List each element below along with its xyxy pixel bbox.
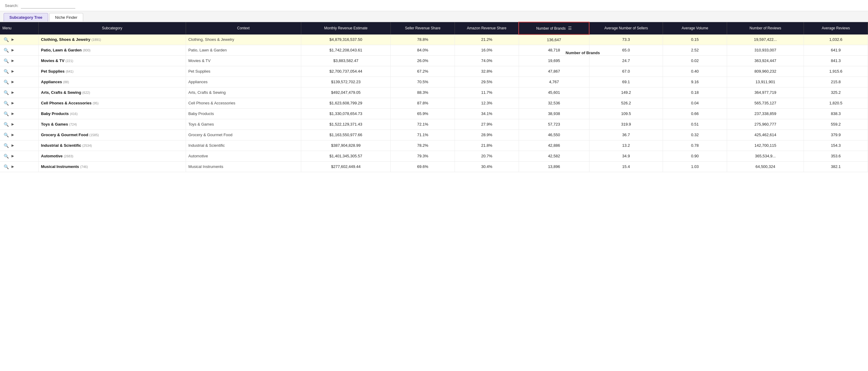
cell-avg-volume: 2.52 — [663, 45, 727, 55]
hamburger-icon[interactable]: ☰ — [568, 25, 572, 31]
cell-num-brands: 48,718 — [519, 45, 589, 55]
row-search-icon[interactable]: 🔍 — [2, 164, 10, 169]
cell-num-reviews: 365,534,9... — [727, 151, 804, 161]
top-bar: Search: — [0, 0, 868, 11]
cell-avg-reviews: 353.6 — [804, 151, 868, 161]
row-expand-icon[interactable]: ▶ — [11, 143, 14, 147]
cell-num-reviews: 237,338,859 — [727, 108, 804, 119]
cell-menu: 🔍 ▶ — [0, 45, 38, 55]
cell-avg-volume: 0.40 — [663, 66, 727, 77]
row-expand-icon[interactable]: ▶ — [11, 122, 14, 126]
cell-monthly-revenue: $492,047,479.05 — [301, 87, 391, 98]
cell-context: Appliances — [186, 77, 301, 87]
cell-amazon-share: 28.9% — [455, 130, 519, 140]
cell-context: Arts, Crafts & Sewing — [186, 87, 301, 98]
cell-avg-sellers: 73.3 — [589, 34, 663, 45]
row-search-icon[interactable]: 🔍 — [2, 122, 10, 127]
cell-num-reviews: 809,960,232 — [727, 66, 804, 77]
cell-num-reviews: 275,960,777 — [727, 119, 804, 130]
cell-amazon-share: 32.8% — [455, 66, 519, 77]
cell-subcategory: Industrial & Scientific (2534) — [38, 140, 186, 151]
row-expand-icon[interactable]: ▶ — [11, 90, 14, 94]
cell-seller-share: 70.5% — [391, 77, 455, 87]
cell-num-brands: 19,695 — [519, 55, 589, 66]
col-header-avg-sellers: Average Number of Sellers — [589, 22, 663, 34]
row-expand-icon[interactable]: ▶ — [11, 80, 14, 84]
cell-seller-share: 78.2% — [391, 140, 455, 151]
cell-context: Baby Products — [186, 108, 301, 119]
row-expand-icon[interactable]: ▶ — [11, 37, 14, 41]
row-search-icon[interactable]: 🔍 — [2, 101, 10, 106]
subcategory-count: (416) — [70, 112, 78, 116]
cell-context: Toys & Games — [186, 119, 301, 130]
cell-avg-reviews: 1,032.6 — [804, 34, 868, 45]
cell-subcategory: Toys & Games (724) — [38, 119, 186, 130]
subcategory-name: Pet Supplies — [41, 69, 65, 74]
row-search-icon[interactable]: 🔍 — [2, 90, 10, 95]
cell-num-reviews: 364,977,719 — [727, 87, 804, 98]
cell-num-brands: 46,550 — [519, 130, 589, 140]
row-expand-icon[interactable]: ▶ — [11, 69, 14, 73]
tab-subcategory-tree[interactable]: Subcategory Tree — [4, 13, 48, 22]
cell-amazon-share: 11.7% — [455, 87, 519, 98]
subcategory-name: Industrial & Scientific — [41, 143, 81, 148]
cell-seller-share: 26.0% — [391, 55, 455, 66]
subcategory-count: (641) — [66, 69, 73, 73]
table-header-row: Menu Subcategory Context Monthly Revenue… — [0, 22, 868, 34]
row-search-icon[interactable]: 🔍 — [2, 69, 10, 74]
table-wrapper: Number of Brands Menu Subcategory Contex… — [0, 22, 868, 172]
table-row: 🔍 ▶ Appliances (88)Appliances$139,572,70… — [0, 77, 868, 87]
subcategory-name: Clothing, Shoes & Jewelry — [41, 37, 90, 42]
row-search-icon[interactable]: 🔍 — [2, 48, 10, 53]
row-expand-icon[interactable]: ▶ — [11, 133, 14, 137]
row-expand-icon[interactable]: ▶ — [11, 112, 14, 116]
row-expand-icon[interactable]: ▶ — [11, 154, 14, 158]
cell-menu: 🔍 ▶ — [0, 161, 38, 172]
tab-niche-finder[interactable]: Niche Finder — [49, 13, 83, 22]
row-expand-icon[interactable]: ▶ — [11, 165, 14, 169]
col-header-menu: Menu — [0, 22, 38, 34]
row-expand-icon[interactable]: ▶ — [11, 59, 14, 63]
cell-amazon-share: 34.1% — [455, 108, 519, 119]
cell-monthly-revenue: $387,904,828.99 — [301, 140, 391, 151]
cell-avg-sellers: 69.1 — [589, 77, 663, 87]
cell-monthly-revenue: $1,401,345,305.57 — [301, 151, 391, 161]
cell-avg-sellers: 15.4 — [589, 161, 663, 172]
cell-avg-sellers: 149.2 — [589, 87, 663, 98]
cell-avg-reviews: 641.9 — [804, 45, 868, 55]
subcategory-count: (221) — [65, 59, 73, 63]
col-header-seller-revenue-share: Seller Revenue Share — [391, 22, 455, 34]
subcategory-count: (800) — [83, 49, 91, 52]
row-search-icon[interactable]: 🔍 — [2, 154, 10, 159]
row-expand-icon[interactable]: ▶ — [11, 101, 14, 105]
row-search-icon[interactable]: 🔍 — [2, 37, 10, 42]
row-search-icon[interactable]: 🔍 — [2, 143, 10, 148]
cell-avg-volume: 0.78 — [663, 140, 727, 151]
subcategory-name: Patio, Lawn & Garden — [41, 48, 82, 52]
cell-menu: 🔍 ▶ — [0, 87, 38, 98]
row-search-icon[interactable]: 🔍 — [2, 133, 10, 137]
search-input[interactable] — [21, 2, 75, 8]
cell-subcategory: Movies & TV (221) — [38, 55, 186, 66]
cell-num-reviews: 425,462,614 — [727, 130, 804, 140]
cell-subcategory: Automotive (2683) — [38, 151, 186, 161]
table-row: 🔍 ▶ Cell Phones & Accessories (95)Cell P… — [0, 98, 868, 108]
row-search-icon[interactable]: 🔍 — [2, 58, 10, 63]
cell-avg-volume: 0.66 — [663, 108, 727, 119]
subcategory-name: Grocery & Gourmet Food — [41, 133, 88, 137]
row-expand-icon[interactable]: ▶ — [11, 48, 14, 52]
subcategory-name: Automotive — [41, 154, 63, 158]
subcategory-count: (622) — [82, 91, 90, 94]
row-search-icon[interactable]: 🔍 — [2, 80, 10, 84]
cell-context: Industrial & Scientific — [186, 140, 301, 151]
table-row: 🔍 ▶ Automotive (2683)Automotive$1,401,34… — [0, 151, 868, 161]
cell-menu: 🔍 ▶ — [0, 66, 38, 77]
cell-context: Grocery & Gourmet Food — [186, 130, 301, 140]
col-header-num-brands: Number of Brands ☰ — [519, 22, 589, 34]
cell-subcategory: Grocery & Gourmet Food (1585) — [38, 130, 186, 140]
row-search-icon[interactable]: 🔍 — [2, 111, 10, 116]
cell-num-brands: 13,896 — [519, 161, 589, 172]
cell-context: Clothing, Shoes & Jewelry — [186, 34, 301, 45]
cell-menu: 🔍 ▶ — [0, 140, 38, 151]
cell-avg-reviews: 154.3 — [804, 140, 868, 151]
